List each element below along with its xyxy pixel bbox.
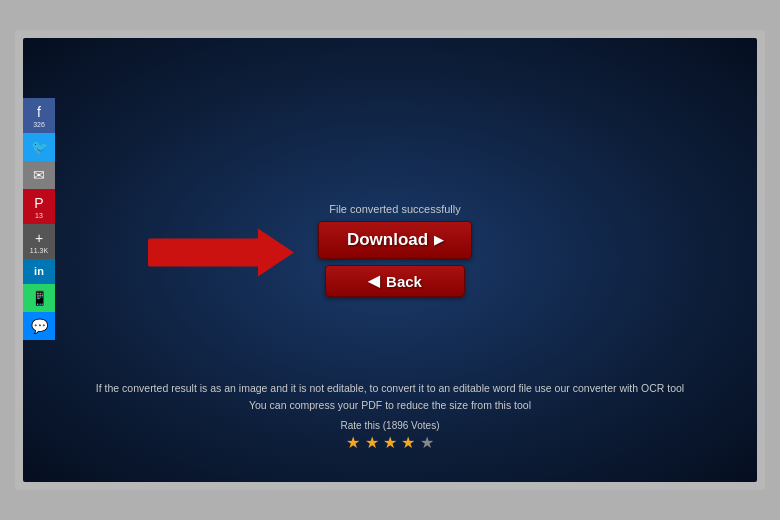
sidebar-item-twitter[interactable]: 🐦 bbox=[23, 133, 55, 161]
facebook-count: 326 bbox=[33, 121, 45, 128]
back-icon: ◀ bbox=[368, 272, 380, 290]
center-area: File converted successfully Download ▶ ◀… bbox=[318, 203, 472, 297]
linkedin-icon: in bbox=[34, 266, 44, 277]
star-rating[interactable]: ★ ★ ★ ★ ★ bbox=[90, 433, 690, 452]
bottom-info: If the converted result is as an image a… bbox=[90, 380, 690, 452]
download-label: Download bbox=[347, 230, 428, 250]
sidebar-item-pinterest[interactable]: P 13 bbox=[23, 189, 55, 224]
download-icon: ▶ bbox=[434, 233, 443, 247]
arrow-shaft bbox=[148, 238, 258, 266]
content-area: File converted successfully Download ▶ ◀… bbox=[23, 38, 757, 482]
facebook-icon: f bbox=[37, 105, 41, 119]
back-button[interactable]: ◀ Back bbox=[325, 265, 465, 297]
success-message: File converted successfully bbox=[329, 203, 460, 215]
red-arrow bbox=[148, 228, 294, 276]
download-button[interactable]: Download ▶ bbox=[318, 221, 472, 259]
pinterest-icon: P bbox=[34, 196, 43, 210]
main-container: f 326 🐦 ✉ P 13 + 11.3K in 📱 bbox=[23, 38, 757, 482]
arrow-head bbox=[258, 228, 294, 276]
add-icon: + bbox=[35, 231, 43, 245]
sidebar-item-add[interactable]: + 11.3K bbox=[23, 224, 55, 259]
back-label: Back bbox=[386, 273, 422, 290]
rate-text: Rate this (1896 Votes) bbox=[90, 420, 690, 431]
info-line1: If the converted result is as an image a… bbox=[90, 380, 690, 397]
twitter-icon: 🐦 bbox=[31, 140, 48, 154]
pinterest-count: 13 bbox=[35, 212, 43, 219]
sidebar-item-messenger[interactable]: 💬 bbox=[23, 312, 55, 340]
sidebar-item-linkedin[interactable]: in bbox=[23, 259, 55, 284]
sidebar: f 326 🐦 ✉ P 13 + 11.3K in 📱 bbox=[23, 98, 55, 340]
sidebar-item-facebook[interactable]: f 326 bbox=[23, 98, 55, 133]
sidebar-item-email[interactable]: ✉ bbox=[23, 161, 55, 189]
info-line2: You can compress your PDF to reduce the … bbox=[90, 397, 690, 414]
star-5[interactable]: ★ bbox=[420, 434, 434, 451]
arrow-container bbox=[148, 228, 294, 276]
star-2[interactable]: ★ bbox=[365, 434, 379, 451]
messenger-icon: 💬 bbox=[31, 319, 48, 333]
whatsapp-icon: 📱 bbox=[31, 291, 48, 305]
outer-frame: f 326 🐦 ✉ P 13 + 11.3K in 📱 bbox=[15, 30, 765, 490]
sidebar-item-whatsapp[interactable]: 📱 bbox=[23, 284, 55, 312]
email-icon: ✉ bbox=[33, 168, 45, 182]
star-3[interactable]: ★ bbox=[383, 434, 397, 451]
add-count: 11.3K bbox=[30, 247, 48, 254]
star-1[interactable]: ★ bbox=[346, 434, 360, 451]
star-4[interactable]: ★ bbox=[401, 434, 415, 451]
